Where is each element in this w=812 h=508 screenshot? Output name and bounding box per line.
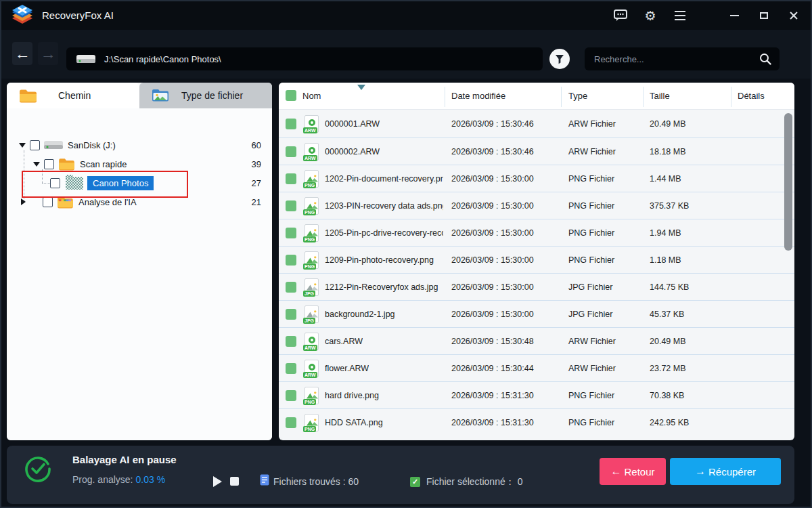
arw-glyph (309, 119, 315, 126)
row-checkbox[interactable] (286, 363, 296, 374)
file-size: 1.44 MB (650, 174, 681, 184)
file-row[interactable]: ARW flower.ARW 2026/03/09 : 15:30:44 ARW… (279, 354, 794, 381)
file-row[interactable]: ARW 0000002.ARW 2026/03/09 : 15:30:46 AR… (279, 137, 794, 165)
select-all-checkbox[interactable] (286, 90, 296, 101)
resume-scan-button[interactable] (213, 476, 222, 487)
file-type: ARW Fichier (568, 147, 616, 156)
header-details[interactable]: Détails (738, 91, 765, 101)
file-date: 2026/03/09 : 15:30:00 (451, 228, 534, 238)
row-checkbox[interactable] (286, 255, 296, 266)
file-row[interactable]: PNG 1205-Pin-pc-drive-recovery-reco... 2… (279, 219, 794, 246)
row-checkbox[interactable] (286, 200, 296, 211)
vertical-scrollbar-thumb[interactable] (784, 113, 792, 251)
tree-checkbox[interactable] (50, 178, 60, 188)
header-taille[interactable]: Taille (650, 91, 670, 101)
row-checkbox[interactable] (286, 417, 296, 428)
header-type[interactable]: Type (568, 91, 587, 101)
tab-type-de-fichier[interactable]: Type de fichier (139, 83, 272, 108)
file-name: 0000002.ARW (325, 147, 380, 156)
row-checkbox[interactable] (286, 390, 296, 401)
app-title: RecoveryFox AI (42, 9, 114, 21)
file-row[interactable]: PNG 1209-Pin-photo-recovery.png 2026/03/… (279, 246, 794, 273)
tab-chemin-label: Chemin (58, 90, 91, 101)
tree-checkbox[interactable] (44, 159, 54, 169)
filter-button[interactable] (549, 49, 570, 69)
jpg-file-icon: JPG (304, 278, 319, 296)
settings-gear-icon[interactable]: ⚙ (643, 8, 658, 23)
file-row[interactable]: PNG 1202-Pin-document-recovery.png 2026/… (279, 165, 794, 192)
png-file-icon: PNG (304, 197, 319, 215)
file-name: 1203-PIN-recovery data ads.png (325, 201, 443, 211)
file-list: ARW 0000001.ARW 2026/03/09 : 15:30:46 AR… (279, 110, 794, 440)
row-checkbox[interactable] (286, 336, 296, 347)
file-row[interactable]: ARW cars.ARW 2026/03/09 : 15:30:48 ARW F… (279, 327, 794, 354)
row-checkbox[interactable] (286, 228, 296, 238)
search-input[interactable] (585, 54, 759, 64)
feedback-chat-icon[interactable] (613, 8, 628, 23)
ai-folder-icon (57, 196, 73, 209)
tree-item-scan-rapide[interactable]: Scan rapide 39 (7, 154, 272, 173)
header-nom[interactable]: Nom (302, 91, 321, 101)
tree-item-count: 60 (252, 140, 261, 150)
row-checkbox[interactable] (286, 282, 296, 293)
status-bar: Balayage AI en pause Prog. analyse:0.03 … (7, 446, 794, 504)
jpg-file-icon: JPG (304, 305, 319, 323)
filter-funnel-icon (554, 54, 565, 64)
tree-item-canon-photos[interactable]: Canon Photos 27 (7, 173, 272, 192)
file-ext-badge: JPG (303, 318, 315, 324)
menu-hamburger-icon[interactable] (673, 8, 687, 23)
file-name: HDD SATA.png (325, 418, 383, 427)
maximize-button[interactable] (757, 8, 771, 23)
expander-right-icon[interactable] (21, 198, 26, 205)
tree-item-label-selected: Canon Photos (87, 176, 154, 190)
image-glyph (307, 391, 318, 399)
sort-arrow-icon[interactable] (357, 85, 365, 90)
expander-down-icon[interactable] (19, 143, 26, 148)
row-checkbox[interactable] (286, 119, 296, 129)
arw-glyph (309, 147, 315, 154)
recover-button[interactable]: →Récupérer (670, 458, 781, 485)
search-icon[interactable] (759, 53, 771, 65)
file-row[interactable]: PNG 1203-PIN-recovery data ads.png 2026/… (279, 192, 794, 219)
file-type: ARW Fichier (568, 364, 616, 373)
scan-status-text: Balayage AI en pause (72, 454, 177, 465)
expander-down-icon[interactable] (33, 162, 40, 167)
file-ext-badge: PNG (303, 399, 316, 405)
forward-arrow-button[interactable]: → (38, 42, 58, 65)
file-row[interactable]: PNG HDD SATA.png 2026/03/09 : 15:31:30 P… (279, 408, 794, 436)
tree-item-sandisk[interactable]: SanDisk (J:) 60 (7, 135, 272, 154)
tree-item-label: Scan rapide (80, 159, 127, 169)
path-breadcrumb[interactable]: J:\Scan rapide\Canon Photos\ (66, 47, 543, 70)
file-row[interactable]: JPG 1212-Pin-Recoveryfox ads.jpg 2026/03… (279, 273, 794, 300)
row-checkbox[interactable] (286, 146, 296, 157)
image-glyph (307, 310, 318, 318)
tree-checkbox[interactable] (30, 140, 40, 150)
minimize-button[interactable] (727, 8, 742, 23)
file-ext-badge: PNG (303, 236, 316, 242)
tree-item-label: Analyse de l'IA (78, 197, 137, 207)
file-date: 2026/03/09 : 15:31:30 (451, 391, 534, 400)
png-file-icon: PNG (304, 170, 319, 188)
table-header: Nom Date modifiée Type Taille Détails (279, 83, 794, 110)
file-row[interactable]: PNG hard drive.png 2026/03/09 : 15:31:30… (279, 381, 794, 408)
image-glyph (307, 418, 318, 426)
file-row[interactable]: JPG background2-1.jpg 2026/03/09 : 15:30… (279, 300, 794, 327)
back-button[interactable]: ←Retour (600, 458, 666, 485)
image-glyph (307, 282, 318, 291)
file-date: 2026/03/09 : 15:30:00 (451, 310, 534, 319)
tab-chemin[interactable]: Chemin (7, 83, 139, 108)
header-date[interactable]: Date modifiée (451, 91, 505, 101)
arw-file-icon: ARW (304, 143, 319, 161)
png-file-icon: PNG (304, 414, 319, 431)
scan-progress: Prog. analyse:0.03 % (72, 474, 165, 485)
back-arrow-button[interactable]: ← (12, 42, 32, 65)
tree-checkbox[interactable] (43, 197, 53, 207)
row-checkbox[interactable] (286, 173, 296, 184)
file-row[interactable]: ARW 0000001.ARW 2026/03/09 : 15:30:46 AR… (279, 110, 794, 137)
current-path: J:\Scan rapide\Canon Photos\ (104, 54, 221, 64)
row-checkbox[interactable] (286, 309, 296, 320)
stop-scan-button[interactable] (230, 477, 239, 486)
tree-item-analyse-ia[interactable]: Analyse de l'IA 21 (7, 192, 272, 211)
close-button[interactable] (786, 8, 801, 23)
file-type: JPG Fichier (568, 310, 612, 319)
